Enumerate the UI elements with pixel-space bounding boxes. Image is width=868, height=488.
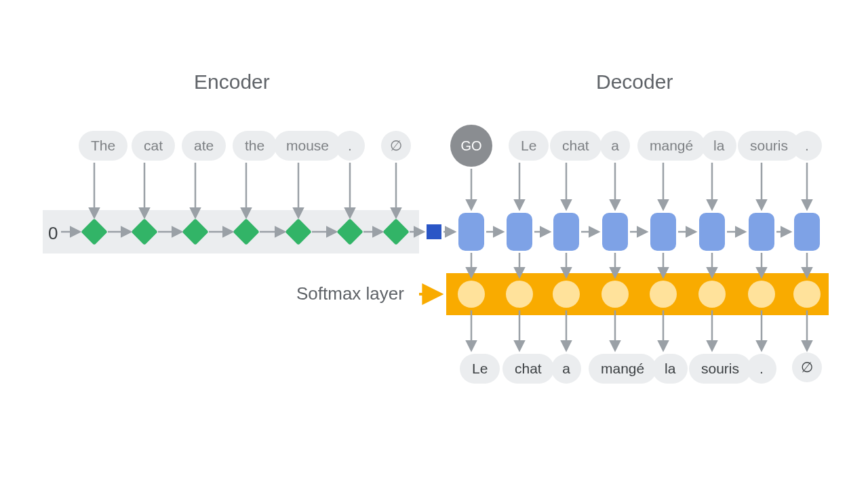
encoder-token-6: ∅	[381, 131, 411, 161]
decoder-cell-4	[650, 213, 676, 251]
encoder-token-4: mouse	[274, 131, 341, 161]
decoder-input-3: mangé	[637, 131, 705, 161]
encoder-token-1: cat	[132, 131, 175, 161]
decoder-cell-7	[794, 213, 820, 251]
decoder-title: Decoder	[596, 70, 673, 94]
decoder-input-0: Le	[509, 131, 549, 161]
softmax-node-4	[650, 281, 677, 308]
decoder-output-4: la	[652, 354, 688, 384]
decoder-cell-2	[553, 213, 579, 251]
decoder-cell-3	[602, 213, 628, 251]
decoder-input-6: .	[792, 131, 822, 161]
encoder-title: Encoder	[194, 70, 270, 94]
decoder-cell-6	[749, 213, 774, 251]
encoder-token-0: The	[79, 131, 127, 161]
decoder-input-5: souris	[738, 131, 800, 161]
softmax-node-0	[458, 281, 485, 308]
decoder-input-2: a	[600, 131, 630, 161]
decoder-output-5: souris	[689, 354, 751, 384]
softmax-node-7	[793, 281, 821, 308]
encoder-token-2: ate	[182, 131, 226, 161]
softmax-node-2	[553, 281, 580, 308]
decoder-output-0: Le	[460, 354, 500, 384]
decoder-input-1: chat	[550, 131, 601, 161]
context-vector	[427, 224, 441, 239]
decoder-output-1: chat	[502, 354, 554, 384]
decoder-output-6: .	[747, 354, 776, 384]
decoder-output-7: ∅	[792, 352, 822, 382]
decoder-cell-0	[458, 213, 484, 251]
encoder-token-5: .	[335, 131, 365, 161]
decoder-output-2: a	[551, 354, 581, 384]
softmax-label: Softmax layer	[296, 283, 404, 304]
softmax-node-1	[506, 281, 533, 308]
decoder-go-token: GO	[450, 125, 492, 167]
decoder-output-3: mangé	[589, 354, 656, 384]
decoder-cell-5	[699, 213, 725, 251]
softmax-node-6	[748, 281, 775, 308]
softmax-node-3	[601, 281, 629, 308]
encoder-token-3: the	[233, 131, 277, 161]
softmax-node-5	[698, 281, 726, 308]
decoder-input-4: la	[701, 131, 736, 161]
decoder-cell-1	[507, 213, 532, 251]
encoder-initial-state: 0	[48, 223, 58, 244]
